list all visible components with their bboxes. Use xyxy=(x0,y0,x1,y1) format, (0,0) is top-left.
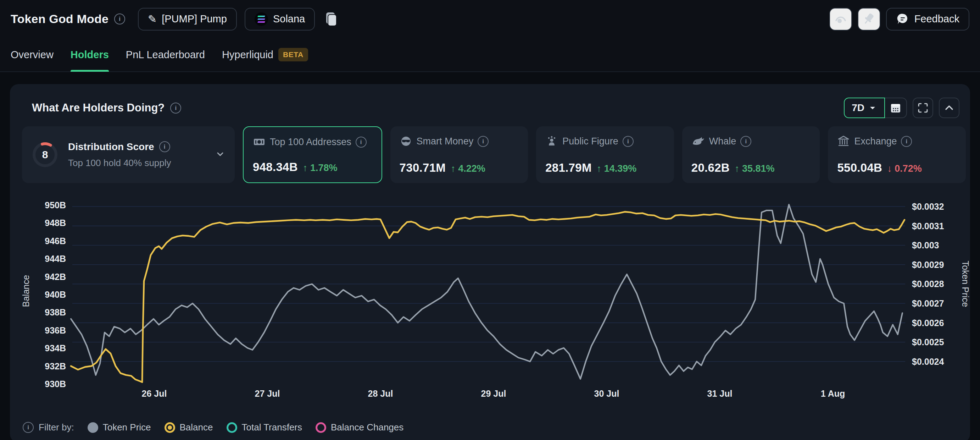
top100-change: ↑ 1.78% xyxy=(303,163,337,174)
collapse-button[interactable] xyxy=(939,97,959,118)
filter-option-balance-changes[interactable]: Balance Changes xyxy=(315,422,404,433)
tab-overview-label: Overview xyxy=(11,49,54,61)
balance-changes-legend-dot xyxy=(315,422,326,433)
distribution-score-info-icon[interactable]: i xyxy=(159,141,170,152)
chain-select-label: Solana xyxy=(273,13,305,25)
card-top100-addresses[interactable]: Top 100 Addresses i 948.34B ↑ 1.78% xyxy=(243,126,382,183)
filter-info-icon[interactable]: i xyxy=(23,422,34,433)
top100-value: 948.34B xyxy=(253,160,298,174)
stat-cards-row: 8 Distribution Score i Top 100 hold 40% … xyxy=(22,126,966,183)
filter-option-token-price[interactable]: Token Price xyxy=(88,422,151,433)
balance-changes-option-label: Balance Changes xyxy=(331,422,404,433)
banknote-icon xyxy=(253,136,266,148)
exchange-title: Exchange xyxy=(854,136,897,147)
total-transfers-option-label: Total Transfers xyxy=(242,422,302,433)
total-transfers-legend-dot xyxy=(227,422,237,433)
solana-icon xyxy=(255,13,268,26)
feedback-label: Feedback xyxy=(915,13,959,25)
range-value: 7D xyxy=(852,102,864,113)
pin-icon xyxy=(862,12,876,26)
expand-chevron-icon[interactable] xyxy=(215,149,226,161)
copy-icon[interactable] xyxy=(324,11,338,27)
panel-info-icon[interactable]: i xyxy=(170,102,181,113)
page-title: Token God Mode xyxy=(11,12,108,26)
filter-option-balance[interactable]: Balance xyxy=(164,422,213,433)
card-distribution-score[interactable]: 8 Distribution Score i Top 100 hold 40% … xyxy=(22,126,235,183)
calendar-icon xyxy=(889,102,902,114)
filter-row: i Filter by: Token Price Balance Total T… xyxy=(23,422,404,433)
public-figure-title: Public Figure xyxy=(562,136,618,147)
fullscreen-icon xyxy=(917,102,929,114)
token-select-button[interactable]: ✎ [PUMP] Pump xyxy=(138,8,237,30)
public-figure-icon xyxy=(545,135,558,148)
tab-bar: Overview Holders PnL Leaderboard Hyperli… xyxy=(0,38,980,72)
calendar-button[interactable] xyxy=(885,97,907,118)
card-public-figure[interactable]: Public Figure i 281.79M ↑ 14.39% xyxy=(536,126,674,183)
tab-pnl-label: PnL Leaderboard xyxy=(126,49,205,61)
chat-bubble-icon xyxy=(896,13,910,26)
token-price-option-label: Token Price xyxy=(103,422,151,433)
exchange-value: 550.04B xyxy=(837,161,882,175)
distribution-score-text: Distribution Score i Top 100 hold 40% su… xyxy=(68,141,171,169)
smart-money-icon xyxy=(399,135,412,148)
tab-holders[interactable]: Holders xyxy=(70,38,109,72)
score-value: 8 xyxy=(31,141,59,169)
range-segmented-control: 7D xyxy=(844,97,907,118)
smart-money-change: ↑ 4.22% xyxy=(451,163,485,174)
tab-hyperliquid-label: Hyperliquid xyxy=(222,49,274,61)
fullscreen-button[interactable] xyxy=(913,97,933,118)
chevron-down-icon xyxy=(868,103,877,113)
public-figure-info-icon[interactable]: i xyxy=(623,136,633,147)
smart-money-title: Smart Money xyxy=(417,136,474,147)
title-info-icon[interactable]: i xyxy=(114,13,125,24)
exchange-change: ↓ 0.72% xyxy=(887,163,922,174)
card-smart-money[interactable]: Smart Money i 730.71M ↑ 4.22% xyxy=(390,126,528,183)
chevron-up-icon xyxy=(943,102,955,113)
tab-pnl-leaderboard[interactable]: PnL Leaderboard xyxy=(126,38,205,72)
feedback-button[interactable]: Feedback xyxy=(886,8,969,30)
distribution-score-subtitle: Top 100 hold 40% supply xyxy=(68,158,171,169)
distribution-score-gauge: 8 xyxy=(31,141,59,169)
smart-money-info-icon[interactable]: i xyxy=(477,136,488,147)
bank-icon xyxy=(837,135,850,148)
beta-badge: BETA xyxy=(278,48,308,61)
whale-info-icon[interactable]: i xyxy=(740,136,751,147)
watch-button[interactable] xyxy=(829,8,852,30)
tab-overview[interactable]: Overview xyxy=(11,38,54,72)
filter-label: Filter by: xyxy=(39,422,74,433)
holders-panel: What Are Holders Doing? i 7D xyxy=(10,84,970,440)
exchange-info-icon[interactable]: i xyxy=(901,136,912,147)
public-figure-value: 281.79M xyxy=(545,161,592,175)
card-whale[interactable]: Whale i 20.62B ↑ 35.81% xyxy=(682,126,820,183)
pencil-icon: ✎ xyxy=(148,14,157,24)
whale-change: ↑ 35.81% xyxy=(735,163,775,174)
token-select-label: [PUMP] Pump xyxy=(162,13,227,25)
tab-holders-label: Holders xyxy=(70,49,109,61)
tab-hyperliquid[interactable]: Hyperliquid BETA xyxy=(222,38,308,72)
public-figure-change: ↑ 14.39% xyxy=(597,163,637,174)
panel-title: What Are Holders Doing? xyxy=(32,102,164,114)
smart-money-value: 730.71M xyxy=(399,161,446,175)
distribution-score-title: Distribution Score xyxy=(68,141,154,153)
card-exchange[interactable]: Exchange i 550.04B ↓ 0.72% xyxy=(828,126,966,183)
balance-option-label: Balance xyxy=(180,422,213,433)
eye-icon xyxy=(834,12,848,26)
balance-legend-dot xyxy=(164,422,175,433)
top100-info-icon[interactable]: i xyxy=(356,137,367,148)
panel-header: What Are Holders Doing? i 7D xyxy=(32,97,959,119)
whale-icon xyxy=(691,135,705,148)
range-dropdown[interactable]: 7D xyxy=(844,97,885,118)
whale-title: Whale xyxy=(709,136,737,147)
chain-select-button[interactable]: Solana xyxy=(245,8,315,30)
pin-button[interactable] xyxy=(858,8,880,30)
top-bar: Token God Mode i ✎ [PUMP] Pump Solana xyxy=(0,0,980,38)
token-price-legend-dot xyxy=(88,422,98,433)
top100-title: Top 100 Addresses xyxy=(270,137,352,148)
panel-controls: 7D xyxy=(844,97,959,118)
filter-option-total-transfers[interactable]: Total Transfers xyxy=(227,422,302,433)
whale-value: 20.62B xyxy=(691,161,730,175)
